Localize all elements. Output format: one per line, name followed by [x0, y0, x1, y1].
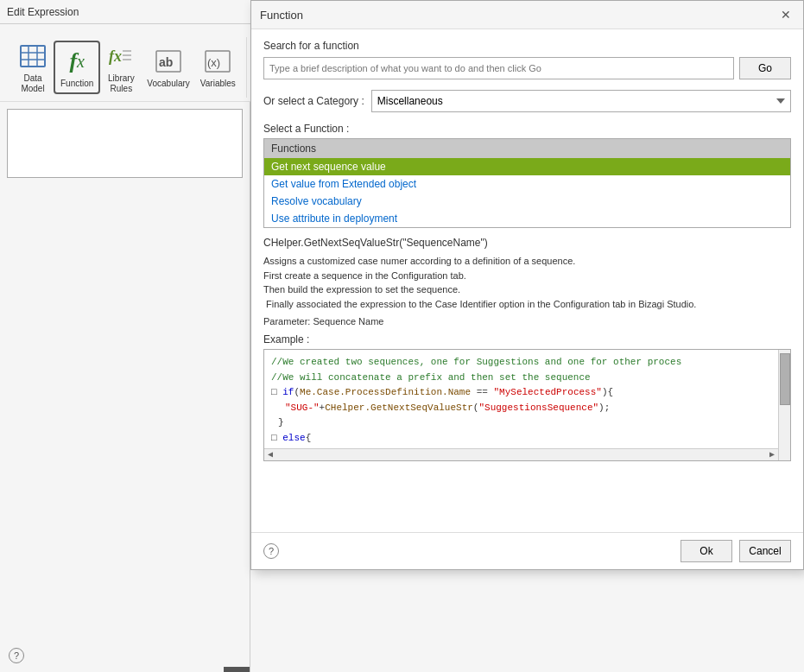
search-label: Search for a function: [263, 40, 791, 52]
function-dialog: Function ✕ Search for a function Go: [250, 0, 804, 570]
toolbar-item-vocabulary[interactable]: ab Vocabulary: [142, 42, 194, 92]
code-scrollbar-thumb[interactable]: [780, 353, 790, 405]
search-row: Go: [263, 57, 791, 79]
function-item-resolve-vocabulary[interactable]: Resolve vocabulary: [264, 193, 790, 210]
dialog-title-bar: Function ✕: [251, 1, 803, 29]
code-hscroll[interactable]: ◀ ▶: [264, 448, 778, 460]
search-section: Search for a function Go: [263, 40, 791, 79]
category-label: Or select a Category :: [263, 95, 364, 107]
function-item-use-attribute[interactable]: Use attribute in deployment: [264, 210, 790, 227]
function-item-get-next-seq[interactable]: Get next sequence value: [264, 158, 790, 175]
dialog-close-button[interactable]: ✕: [777, 6, 795, 23]
help-icon-left[interactable]: ?: [9, 648, 24, 663]
search-input[interactable]: [263, 57, 734, 79]
category-select[interactable]: Miscellaneous String Math Date Logical D…: [371, 90, 791, 112]
function-list: Get next sequence value Get value from E…: [264, 158, 790, 227]
data-model-label: DataModel: [21, 73, 44, 94]
svg-text:(x): (x): [207, 56, 220, 69]
function-label: Function: [60, 79, 93, 89]
dialog-body: Search for a function Go Or select a Cat…: [251, 29, 803, 532]
function-parameter: Parameter: Sequence Name: [263, 316, 791, 326]
cancel-button[interactable]: Cancel: [739, 540, 791, 562]
toolbar-group-items: DataModel fx Function fx: [7, 37, 247, 98]
svg-text:fx: fx: [109, 48, 122, 65]
svg-rect-0: [21, 46, 45, 67]
category-row: Or select a Category : Miscellaneous Str…: [263, 90, 791, 112]
library-rules-label: LibraryRules: [108, 73, 135, 94]
ab-icon: ab: [153, 46, 184, 77]
footer-help-button[interactable]: ?: [263, 543, 279, 559]
functions-header: Functions: [264, 139, 790, 158]
ok-button[interactable]: Ok: [681, 540, 732, 562]
content-area: ? Function ✕ Search for a function: [0, 102, 804, 672]
toolbar-item-library-rules[interactable]: fx LibraryRules: [100, 37, 142, 98]
dialog-footer: ? Ok Cancel: [251, 532, 803, 569]
fx-icon: fx: [61, 46, 92, 77]
left-panel: ?: [0, 102, 250, 672]
function-name: CHelper.GetNextSeqValueStr("SequenceName…: [263, 237, 791, 249]
dark-bar: [224, 667, 250, 672]
code-box[interactable]: //We created two sequences, one for Sugg…: [263, 349, 791, 461]
function-select-label: Select a Function :: [263, 123, 791, 135]
footer-buttons: Ok Cancel: [681, 540, 791, 562]
expression-box[interactable]: [7, 109, 243, 178]
vocabulary-label: Vocabulary: [147, 79, 189, 89]
x-paren-icon: (x): [202, 46, 233, 77]
main-window: Edit Expression ─ □ ✕ DataMo: [0, 0, 804, 672]
hscroll-left-arrow[interactable]: ◀: [264, 449, 276, 461]
function-description: Assigns a customized case numer accordin…: [263, 254, 791, 311]
function-item-get-value-extended[interactable]: Get value from Extended object: [264, 175, 790, 193]
dialog-title: Function: [260, 9, 303, 22]
svg-text:ab: ab: [159, 55, 173, 69]
toolbar-item-function[interactable]: fx Function: [54, 41, 100, 94]
toolbar-item-data-model[interactable]: DataModel: [12, 37, 54, 98]
example-label: Example :: [263, 333, 791, 346]
table-icon: [17, 41, 48, 72]
title-bar-text: Edit Expression: [7, 6, 79, 18]
go-button[interactable]: Go: [739, 57, 791, 79]
fx-small-icon: fx: [105, 41, 136, 72]
function-list-container: Functions Get next sequence value Get va…: [263, 138, 791, 228]
hscroll-right-arrow[interactable]: ▶: [766, 449, 778, 461]
toolbar-item-variables[interactable]: (x) Variables: [195, 42, 241, 92]
code-scrollbar[interactable]: [778, 350, 790, 460]
code-content: //We created two sequences, one for Sugg…: [271, 355, 773, 461]
variables-label: Variables: [200, 79, 236, 89]
